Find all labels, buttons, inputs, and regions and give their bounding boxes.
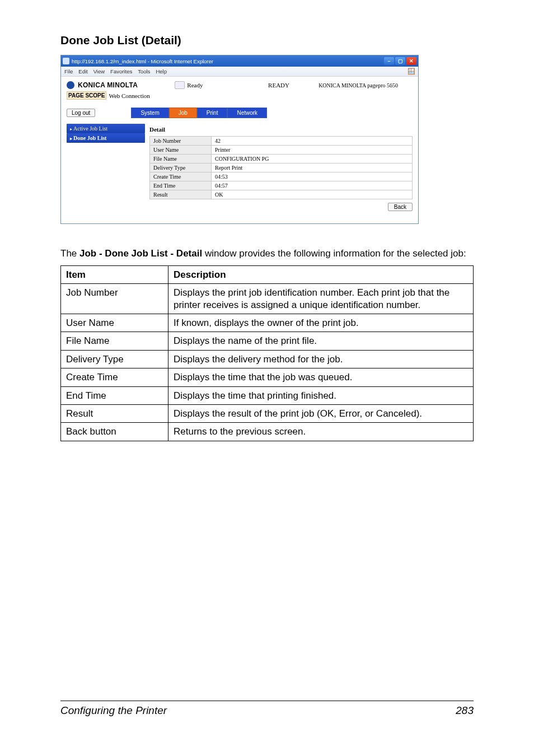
- info-item: Back button: [61, 423, 168, 441]
- printer-icon: [175, 81, 185, 89]
- tab-system[interactable]: System: [131, 108, 168, 118]
- detail-key: Delivery Type: [150, 164, 212, 172]
- table-row: Job NumberDisplays the print job identif…: [61, 284, 474, 314]
- info-head-desc: Description: [168, 265, 474, 283]
- info-desc: Displays the delivery method for the job…: [168, 350, 474, 368]
- table-row: File NameDisplays the name of the print …: [61, 332, 474, 350]
- page-title: Done Job List (Detail): [60, 34, 474, 47]
- table-row: Delivery TypeDisplays the delivery metho…: [61, 350, 474, 368]
- info-item: File Name: [61, 332, 168, 350]
- page-number: 283: [456, 704, 474, 717]
- windows-flag-icon: 🪟: [407, 67, 416, 75]
- info-desc: Displays the print job identification nu…: [168, 284, 474, 314]
- tab-network[interactable]: Network: [227, 108, 267, 118]
- info-desc: Returns to the previous screen.: [168, 423, 474, 441]
- ie-icon: [63, 58, 69, 64]
- menu-favorites[interactable]: Favorites: [110, 68, 132, 74]
- minimize-button[interactable]: –: [384, 57, 394, 65]
- info-desc: Displays the time that the job was queue…: [168, 368, 474, 386]
- logout-button[interactable]: Log out: [67, 109, 95, 117]
- maximize-button[interactable]: ▢: [395, 57, 405, 65]
- table-row: User NameIf known, displays the owner of…: [61, 314, 474, 332]
- detail-table: Job Number42 User NamePrinter File NameC…: [149, 136, 413, 199]
- detail-key: End Time: [150, 181, 212, 190]
- footer-text: Configuring the Printer: [60, 704, 167, 717]
- brand-logo-icon: [67, 81, 74, 89]
- sidebar: Active Job List Done Job List: [67, 124, 145, 213]
- table-row: User NamePrinter: [150, 146, 413, 155]
- info-desc: Displays the result of the print job (OK…: [168, 405, 474, 423]
- description-paragraph: The Job - Done Job List - Detail window …: [60, 248, 474, 260]
- table-row: ResultOK: [150, 190, 413, 199]
- info-item: Create Time: [61, 368, 168, 386]
- detail-key: User Name: [150, 146, 212, 155]
- tab-print[interactable]: Print: [197, 108, 228, 118]
- table-row: ResultDisplays the result of the print j…: [61, 405, 474, 423]
- info-desc: Displays the time that printing finished…: [168, 386, 474, 404]
- detail-val: OK: [212, 190, 413, 199]
- detail-key: Result: [150, 190, 212, 199]
- desc-post: window provides the following informatio…: [202, 248, 466, 259]
- detail-key: File Name: [150, 155, 212, 164]
- table-row: Job Number42: [150, 137, 413, 146]
- detail-val: CONFIGURATION PG: [212, 155, 413, 164]
- browser-window: http://192.168.1.2/m_index.html - Micros…: [60, 55, 419, 224]
- info-desc: Displays the name of the print file.: [168, 332, 474, 350]
- detail-val: 04:57: [212, 181, 413, 190]
- menu-file[interactable]: File: [64, 68, 73, 74]
- window-titlebar: http://192.168.1.2/m_index.html - Micros…: [61, 55, 418, 67]
- detail-key: Job Number: [150, 137, 212, 146]
- table-row: End TimeDisplays the time that printing …: [61, 386, 474, 404]
- detail-val: Printer: [212, 146, 413, 155]
- info-desc: If known, displays the owner of the prin…: [168, 314, 474, 332]
- menu-view[interactable]: View: [93, 68, 105, 74]
- subbrand-text: Web Connection: [109, 92, 149, 99]
- table-row: End Time04:57: [150, 181, 413, 190]
- info-item: User Name: [61, 314, 168, 332]
- detail-val: 04:53: [212, 172, 413, 181]
- sidebar-item-active-job-list[interactable]: Active Job List: [67, 124, 145, 133]
- table-row: Create Time04:53: [150, 172, 413, 181]
- close-button[interactable]: ✕: [406, 57, 416, 65]
- brand-name: KONICA MINOLTA: [78, 81, 138, 89]
- sidebar-item-done-job-list[interactable]: Done Job List: [67, 133, 145, 143]
- info-item: End Time: [61, 386, 168, 404]
- menu-help[interactable]: Help: [156, 68, 167, 74]
- info-item: Result: [61, 405, 168, 423]
- tab-job[interactable]: Job: [169, 108, 197, 118]
- info-head-item: Item: [61, 265, 168, 283]
- page-content: KONICA MINOLTA Ready READY KONICA MINOLT…: [61, 77, 418, 223]
- table-row: File NameCONFIGURATION PG: [150, 155, 413, 164]
- info-table: Item Description Job NumberDisplays the …: [60, 265, 474, 441]
- detail-val: Report Print: [212, 164, 413, 172]
- printer-model: KONICA MINOLTA pagepro 5650: [318, 82, 398, 88]
- window-title: http://192.168.1.2/m_index.html - Micros…: [72, 58, 213, 64]
- panel-title: Detail: [149, 126, 413, 133]
- desc-pre: The: [60, 248, 79, 259]
- page-footer: Configuring the Printer 283: [60, 701, 474, 717]
- table-row: Create TimeDisplays the time that the jo…: [61, 368, 474, 386]
- detail-val: 42: [212, 137, 413, 146]
- table-row: Delivery TypeReport Print: [150, 164, 413, 172]
- info-item: Job Number: [61, 284, 168, 314]
- menu-bar: File Edit View Favorites Tools Help 🪟: [61, 67, 418, 77]
- info-item: Delivery Type: [61, 350, 168, 368]
- status-small: Ready: [187, 82, 203, 88]
- table-row: Back buttonReturns to the previous scree…: [61, 423, 474, 441]
- status-big: READY: [268, 82, 289, 88]
- desc-bold: Job - Done Job List - Detail: [79, 248, 202, 259]
- back-button[interactable]: Back: [388, 203, 413, 211]
- pagescope-icon: PAGE SCOPE: [67, 91, 106, 100]
- menu-tools[interactable]: Tools: [138, 68, 150, 74]
- detail-key: Create Time: [150, 172, 212, 181]
- menu-edit[interactable]: Edit: [78, 68, 87, 74]
